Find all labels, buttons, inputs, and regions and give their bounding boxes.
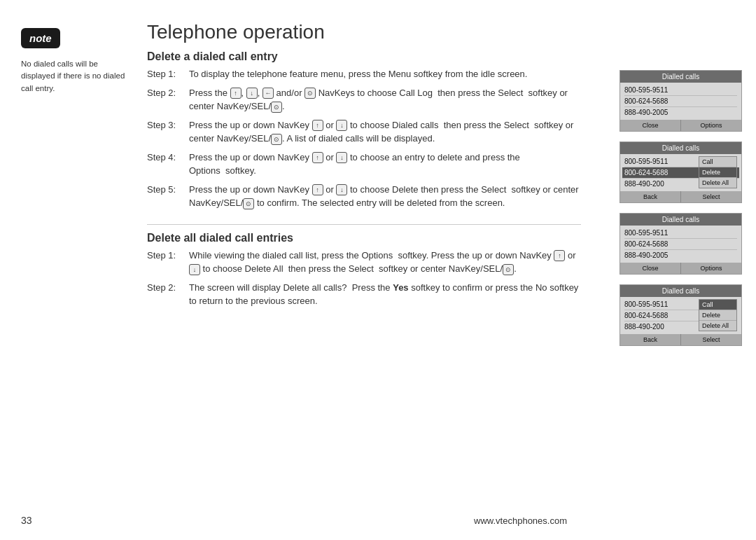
screen1-softkey-close[interactable]: Close (620, 120, 681, 131)
step-2-label: Step 2: (147, 86, 189, 113)
note-label: note (29, 32, 52, 44)
screen3-row-2: 800-624-5688 (624, 239, 737, 250)
navkey-icon: ↓ (246, 88, 258, 99)
screen3-softkey-close[interactable]: Close (620, 263, 681, 274)
screen4-header: Dialled calls (620, 285, 741, 297)
phone-screen-4: Dialled calls 800-595-9511 800-624-5688 … (620, 284, 742, 346)
navkey-icon: ↑ (230, 88, 241, 99)
page-number: 33 (21, 515, 32, 526)
screen4-softkeys: Back Select (620, 334, 741, 345)
step-2: Step 2: Press the ↑, ↓, ← and/or ⊙ NavKe… (147, 86, 581, 113)
phone-screen-1: Dialled calls 800-595-9511 800-624-5688 … (620, 70, 742, 132)
section2-steps: Step 1: While viewing the dialed call li… (147, 249, 581, 308)
screen3-softkeys: Close Options (620, 263, 741, 274)
step-4: Step 4: Press the up or down NavKey ↑ or… (147, 151, 581, 178)
navkey-down-icon: ↓ (189, 264, 200, 275)
navkey-down-icon: ↓ (336, 152, 347, 163)
navkey-down-icon: ↓ (336, 120, 347, 131)
footer-url: www.vtechphones.com (474, 515, 567, 526)
left-column: note No dialed calls will be displayed i… (21, 28, 133, 95)
phone-screens-column: Dialled calls 800-595-9511 800-624-5688 … (620, 70, 742, 346)
navkey-icon: ⊙ (271, 102, 282, 113)
screen2-softkeys: Back Select (620, 191, 741, 202)
screen4-row-3: 888-490-200 Call Delete Delete All (624, 321, 737, 332)
screen4-softkey-select[interactable]: Select (681, 334, 741, 345)
screen4-popup: Call Delete Delete All (699, 299, 737, 331)
screen1-header: Dialled calls (620, 71, 741, 83)
screen3-body: 800-595-9511 800-624-5688 888-490-2005 (620, 226, 741, 263)
screen2-softkey-back[interactable]: Back (620, 191, 681, 202)
section2-title: Delete all dialed call entries (147, 232, 581, 244)
note-box: note (21, 28, 60, 48)
step-3: Step 3: Press the up or down NavKey ↑ or… (147, 118, 581, 146)
step-3-content: Press the up or down NavKey ↑ or ↓ to ch… (189, 118, 581, 146)
section2-step-2-label: Step 2: (147, 281, 189, 308)
section-divider (147, 224, 581, 225)
section2-step-1-content: While viewing the dialed call list, pres… (189, 249, 581, 276)
screen1-softkeys: Close Options (620, 120, 741, 131)
step-2-content: Press the ↑, ↓, ← and/or ⊙ NavKeys to ch… (189, 86, 581, 113)
navkey-icon: ⊙ (304, 88, 316, 99)
screen4-body: 800-595-9511 800-624-5688 888-490-200 Ca… (620, 297, 741, 334)
navkey-center-icon: ⊙ (243, 198, 254, 209)
step-1-content: To display the telephone feature menu, p… (189, 67, 581, 81)
section2-step-2-content: The screen will display Delete all calls… (189, 281, 581, 308)
step-4-content: Press the up or down NavKey ↑ or ↓ to ch… (189, 151, 581, 178)
step-3-label: Step 3: (147, 118, 189, 146)
step-1-label: Step 1: (147, 67, 189, 81)
navkey-up-icon: ↑ (312, 184, 323, 195)
popup4-delete-all[interactable]: Delete All (699, 321, 736, 331)
page-footer: 33 www.vtechphones.com (0, 515, 588, 526)
popup4-delete[interactable]: Delete (699, 310, 736, 321)
navkey-center-icon: ⊙ (503, 264, 514, 275)
screen1-body: 800-595-9511 800-624-5688 888-490-2005 (620, 83, 741, 120)
screen1-row-3: 888-490-2005 (624, 107, 737, 118)
section2-step-2: Step 2: The screen will display Delete a… (147, 281, 581, 308)
section2-step-1: Step 1: While viewing the dialed call li… (147, 249, 581, 276)
screen4-softkey-back[interactable]: Back (620, 334, 681, 345)
main-content: Telephone operation Delete a dialed call… (147, 21, 581, 322)
popup4-call[interactable]: Call (699, 300, 736, 310)
phone-screen-2: Dialled calls 800-595-9511 800-624-5688 … (620, 141, 742, 203)
popup-delete[interactable]: Delete (699, 167, 736, 178)
screen3-row-3: 888-490-2005 (624, 250, 737, 261)
navkey-up-icon: ↑ (312, 120, 323, 131)
screen2-body: 800-595-9511 800-624-5688 888-490-200 Ca… (620, 154, 741, 191)
section2-step-1-label: Step 1: (147, 249, 189, 276)
screen3-softkey-options[interactable]: Options (681, 263, 741, 274)
screen2-row-3: 888-490-200 Call Delete Delete All (624, 179, 737, 189)
screen2-softkey-select[interactable]: Select (681, 191, 741, 202)
screen1-softkey-options[interactable]: Options (681, 120, 741, 131)
popup-call[interactable]: Call (699, 157, 736, 167)
section1-title: Delete a dialed call entry (147, 50, 581, 63)
phone-screen-3: Dialled calls 800-595-9511 800-624-5688 … (620, 213, 742, 275)
screen2-header: Dialled calls (620, 142, 741, 154)
note-text: No dialed calls will be displayed if the… (21, 58, 133, 95)
screen2-popup: Call Delete Delete All (699, 156, 737, 188)
step-5-content: Press the up or down NavKey ↑ or ↓ to ch… (189, 183, 581, 210)
navkey-icon: ← (262, 88, 274, 99)
screen1-row-1: 800-595-9511 (624, 85, 737, 96)
screen3-header: Dialled calls (620, 214, 741, 226)
step-4-label: Step 4: (147, 151, 189, 178)
step-5-label: Step 5: (147, 183, 189, 210)
navkey-down-icon: ↓ (336, 184, 347, 195)
screen1-row-2: 800-624-5688 (624, 96, 737, 107)
page-title: Telephone operation (147, 21, 581, 43)
navkey-up-icon: ↑ (554, 250, 565, 261)
navkey-center-icon: ⊙ (271, 134, 282, 145)
section1-steps: Step 1: To display the telephone feature… (147, 67, 581, 210)
screen3-row-1: 800-595-9511 (624, 228, 737, 239)
navkey-up-icon: ↑ (312, 152, 323, 163)
step-1: Step 1: To display the telephone feature… (147, 67, 581, 81)
popup-delete-all[interactable]: Delete All (699, 178, 736, 188)
step-5: Step 5: Press the up or down NavKey ↑ or… (147, 183, 581, 210)
